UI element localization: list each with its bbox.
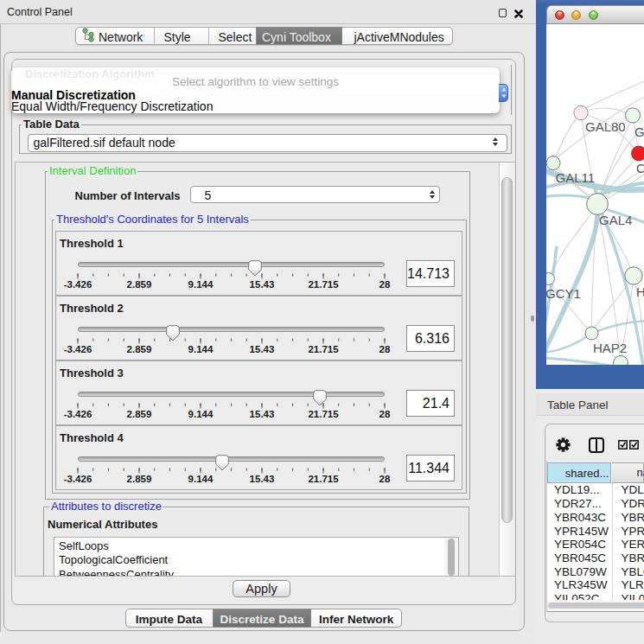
svg-text:GCY1: GCY1 — [546, 286, 581, 301]
svg-text:GAL80: GAL80 — [585, 118, 626, 133]
svg-text:HA: HA — [636, 284, 644, 298]
svg-text:C: C — [636, 161, 644, 175]
svg-text:GAL4: GAL4 — [599, 213, 632, 227]
svg-text:GAL11: GAL11 — [556, 169, 596, 184]
svg-text:G: G — [634, 124, 644, 139]
svg-text:HAP2: HAP2 — [593, 340, 627, 354]
